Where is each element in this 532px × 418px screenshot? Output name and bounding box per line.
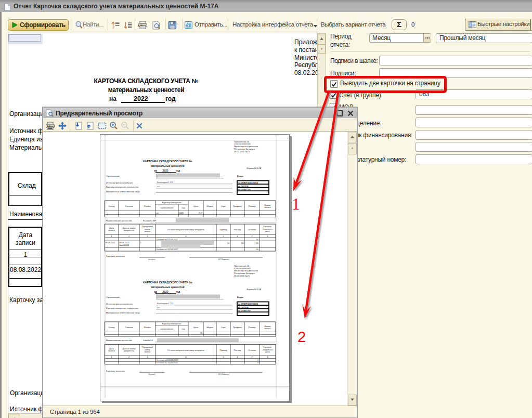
svg-text:Форма М-17А: Форма М-17А <box>246 288 261 291</box>
svg-text:Марка: Марка <box>207 326 214 329</box>
svg-text:2022: 2022 <box>162 169 168 172</box>
svg-text:шт.: шт. <box>157 212 160 214</box>
svg-text:записи: записи <box>108 349 115 352</box>
svg-text:@: @ <box>186 22 191 28</box>
svg-text:Остаток на 01.08.2022: Остаток на 01.08.2022 <box>157 238 178 241</box>
svg-text:КАРТОЧКА СКЛАДСКОГО УЧЕТА №: КАРТОЧКА СКЛАДСКОГО УЧЕТА № <box>143 160 192 163</box>
svg-text:записи: записи <box>144 351 150 353</box>
svg-text:шт.: шт. <box>157 306 160 309</box>
svg-text:код: код <box>182 207 186 209</box>
svg-text:записи: записи <box>108 229 115 231</box>
svg-text:50: 50 <box>256 242 259 244</box>
svg-text:запаса: запаса <box>264 327 271 330</box>
svg-text:Единица измерения, количество: Единица измерения, количество <box>106 186 139 188</box>
svg-text:Склад: Склад <box>109 326 115 329</box>
svg-text:год: год <box>176 169 180 172</box>
svg-text:От кого получено или кому отпу: От кого получено или кому отпущено <box>167 349 204 351</box>
svg-text:Внебюджет1 211: Внебюджет1 211 <box>157 302 174 305</box>
svg-text:Карточку заполнил: Карточку заполнил <box>106 370 125 372</box>
svg-text:Приход: Приход <box>219 349 227 351</box>
svg-text:Материально ответственное лицо: Материально ответственное лицо <box>106 311 140 314</box>
svg-text:Сорт: Сорт <box>221 326 226 329</box>
svg-text:Цена: Цена <box>193 205 199 207</box>
svg-text:Единица измерения: Единица измерения <box>162 322 181 325</box>
svg-text:Остаток на 31.08.2022: Остаток на 31.08.2022 <box>157 361 178 364</box>
svg-text:0005: 0005 <box>179 212 184 214</box>
svg-text:по ОКОПФ: по ОКОПФ <box>238 185 249 188</box>
svg-text:Источник финансирования: Источник финансирования <box>106 303 133 305</box>
svg-text:Остаток на 01.08.2022: Остаток на 01.08.2022 <box>157 359 178 361</box>
svg-text:записи: записи <box>144 230 150 232</box>
svg-text:наименование: наименование <box>160 207 173 209</box>
svg-text:Коды: Коды <box>237 296 243 298</box>
svg-text:Расход: Расход <box>234 349 241 351</box>
svg-text:Остаток: Остаток <box>248 228 256 231</box>
svg-text:на: на <box>154 169 157 172</box>
svg-text:год: год <box>176 290 180 293</box>
svg-text:Форма М-17А: Форма М-17А <box>246 167 261 169</box>
svg-text:Склад: Склад <box>109 205 115 207</box>
svg-text:документа: документа <box>124 349 134 352</box>
svg-text:Внебюджет1 211: Внебюджет1 211 <box>157 181 174 184</box>
svg-text:50: 50 <box>227 242 230 244</box>
svg-text:Профиль: Профиль <box>233 205 242 207</box>
svg-text:Единица измерения, количество: Единица измерения, количество <box>106 307 139 309</box>
svg-text:Организация: Организация <box>106 175 120 177</box>
svg-text:дата): дата) <box>265 351 270 353</box>
svg-text:Сорт: Сорт <box>221 205 226 207</box>
svg-text:по ОКОПФ: по ОКОПФ <box>238 306 249 309</box>
svg-text:(И.О.Фамилия): (И.О.Фамилия) <box>218 373 229 375</box>
svg-text:дата): дата) <box>265 230 270 232</box>
svg-text:ECO LED MF: ECO LED MF <box>143 219 157 222</box>
svg-text:95: 95 <box>200 332 202 334</box>
svg-text:Карточку заполнил: Карточку заполнил <box>106 255 125 257</box>
svg-text:Стеллаж: Стеллаж <box>125 326 134 329</box>
svg-text:2,47: 2,47 <box>199 212 203 214</box>
svg-text:Профиль: Профиль <box>233 326 242 329</box>
svg-text:Размер: Размер <box>249 326 256 329</box>
svg-text:по ОКЮП 030130012: по ОКЮП 030130012 <box>238 181 258 184</box>
svg-text:Labelle L6: Labelle L6 <box>143 339 153 342</box>
svg-text:Ячейка: Ячейка <box>144 326 151 329</box>
svg-text:(И.О.Фамилия): (И.О.Фамилия) <box>218 258 229 260</box>
svg-text:Источник финансирования: Источник финансирования <box>106 181 133 184</box>
svg-text:50: 50 <box>256 248 259 251</box>
svg-text:Организация: Организация <box>106 296 120 298</box>
svg-text:Материально ответственное лицо: Материально ответственное лицо <box>106 190 140 193</box>
svg-text:по ОКЕИ 796: по ОКЕИ 796 <box>238 188 251 191</box>
svg-text:08.08.2022: 08.08.2022 <box>105 241 115 244</box>
svg-text:на: на <box>154 290 157 293</box>
svg-text:(по расш.): (по расш.) <box>148 258 155 260</box>
svg-text:Остаток: Остаток <box>248 349 256 351</box>
svg-text:материальных ценностей: материальных ценностей <box>151 285 184 289</box>
svg-text:материальных ценностей: материальных ценностей <box>151 164 184 167</box>
svg-text:запаса: запаса <box>264 206 271 208</box>
svg-text:От кого получено или кому отпу: От кого получено или кому отпущено <box>167 228 204 231</box>
svg-text:Единица измерения: Единица измерения <box>162 201 181 204</box>
svg-text:50: 50 <box>241 242 244 244</box>
svg-text:(по расш.): (по расш.) <box>148 373 155 375</box>
svg-text:Марка: Марка <box>207 205 214 207</box>
svg-text:Приход: Приход <box>219 228 227 231</box>
svg-text:Стеллаж: Стеллаж <box>125 205 134 207</box>
svg-text:по ОКЮП 030130012: по ОКЮП 030130012 <box>238 303 258 305</box>
svg-text:08.02.2005 №15: 08.02.2005 №15 <box>234 150 250 153</box>
svg-text:50: 50 <box>256 238 259 241</box>
svg-text:шт.: шт. <box>157 185 160 188</box>
svg-text:по ОКЕИ 796: по ОКЕИ 796 <box>238 309 251 312</box>
svg-text:Размер: Размер <box>249 205 256 207</box>
svg-text:Наименование ценностей: Наименование ценностей <box>106 219 132 222</box>
svg-text:08.02.2005 №15: 08.02.2005 №15 <box>234 275 250 277</box>
svg-text:2022: 2022 <box>162 290 168 293</box>
svg-text:Ячейка: Ячейка <box>144 205 151 207</box>
svg-text:Коды: Коды <box>237 175 243 177</box>
svg-text:наименование: наименование <box>160 328 173 330</box>
svg-text:Наименование ценностей: Наименование ценностей <box>106 339 132 342</box>
svg-text:№в000349: №в000349 <box>119 244 129 246</box>
svg-text:документа: документа <box>124 229 134 231</box>
svg-text:Расход: Расход <box>234 228 241 231</box>
svg-text:Остаток на 31.08.2022: Остаток на 31.08.2022 <box>157 248 178 251</box>
svg-text:код: код <box>182 328 186 330</box>
svg-text:Цена: Цена <box>193 326 199 329</box>
svg-text:1: 1 <box>140 241 141 244</box>
